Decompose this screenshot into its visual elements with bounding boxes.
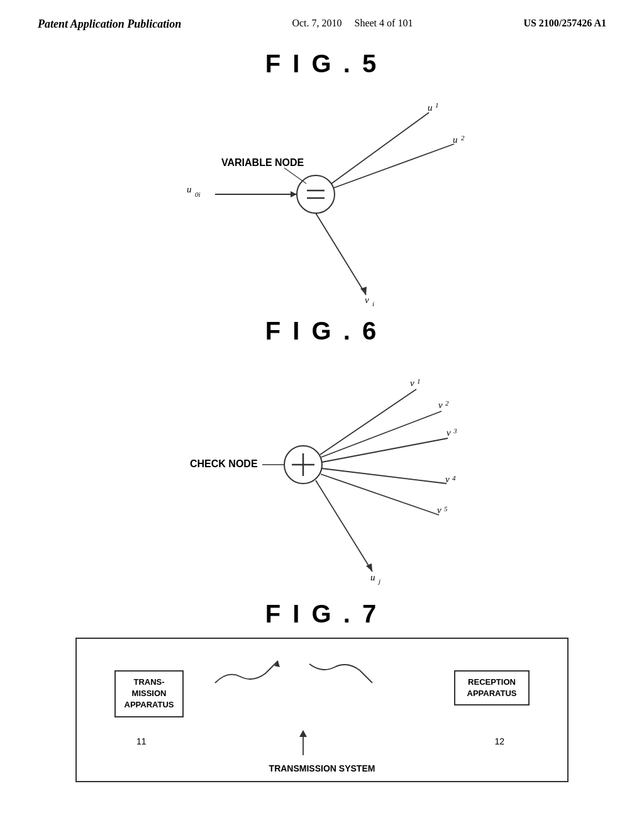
svg-text:5: 5: [444, 505, 448, 512]
fig5-diagram: VARIABLE NODE u 0i u 1 u 2 v i: [39, 78, 605, 311]
header-center: Oct. 7, 2010 Sheet 4 of 101: [292, 18, 413, 29]
page-header: Patent Application Publication Oct. 7, 2…: [0, 0, 644, 37]
svg-line-24: [321, 411, 441, 457]
transmission-num: 11: [136, 736, 147, 746]
transmission-apparatus-box: TRANS-MISSIONAPPARATUS: [114, 670, 184, 717]
svg-line-21: [320, 389, 416, 455]
publication-date: Oct. 7, 2010: [292, 18, 341, 28]
svg-line-36: [316, 480, 372, 572]
main-content: F I G . 5 VARIABLE NODE u 0i u 1 u 2 v i: [0, 37, 644, 788]
svg-marker-4: [291, 191, 297, 197]
svg-text:3: 3: [453, 427, 457, 434]
svg-text:u: u: [428, 102, 433, 113]
svg-text:1: 1: [435, 101, 439, 109]
sheet-info: Sheet 4 of 101: [355, 18, 413, 28]
svg-text:j: j: [377, 577, 380, 585]
variable-node-label: VARIABLE NODE: [221, 157, 304, 168]
svg-line-5: [284, 168, 306, 184]
reception-apparatus-box: RECEPTIONAPPARATUS: [454, 670, 530, 706]
svg-text:2: 2: [445, 399, 449, 407]
reception-num: 12: [494, 736, 504, 746]
svg-text:v: v: [445, 474, 450, 484]
svg-text:v: v: [447, 428, 451, 438]
u0i-label: u: [187, 184, 192, 194]
svg-line-13: [316, 213, 366, 295]
fig6-diagram: CHECK NODE v 1 v 2 v 3 v 4 v 5 u j: [39, 345, 605, 597]
svg-text:1: 1: [417, 377, 421, 385]
svg-line-7: [331, 113, 429, 184]
patent-number: US 2100/257426 A1: [523, 18, 606, 29]
svg-marker-42: [299, 730, 307, 737]
svg-text:0i: 0i: [195, 191, 201, 198]
svg-text:u: u: [370, 572, 375, 582]
transmission-system-label: TRANSMISSION SYSTEM: [269, 763, 375, 773]
svg-text:4: 4: [452, 474, 456, 482]
svg-marker-37: [366, 563, 372, 572]
fig7-title: F I G . 7: [38, 600, 606, 628]
svg-text:i: i: [372, 300, 374, 307]
signal-waves: [196, 655, 410, 692]
svg-text:v: v: [437, 505, 441, 515]
publication-title: Patent Application Publication: [38, 18, 181, 31]
svg-text:v: v: [365, 295, 369, 305]
svg-text:2: 2: [461, 134, 465, 141]
svg-text:u: u: [453, 135, 458, 145]
transmission-system-arrow: [291, 727, 316, 758]
fig7-diagram: TRANS-MISSIONAPPARATUS 11 RECEPTIONAPPAR…: [75, 638, 569, 782]
svg-text:v: v: [438, 400, 443, 410]
svg-line-10: [333, 144, 454, 188]
check-node-label: CHECK NODE: [190, 458, 258, 469]
fig5-title: F I G . 5: [38, 50, 606, 78]
svg-text:v: v: [410, 378, 414, 388]
fig6-title: F I G . 6: [38, 317, 606, 345]
